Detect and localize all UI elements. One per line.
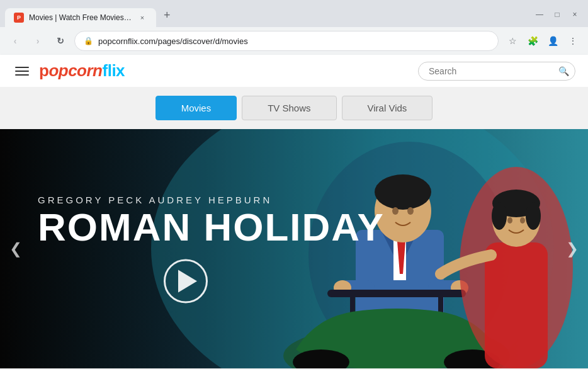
tab-favicon: P (14, 13, 24, 23)
search-input[interactable] (418, 62, 575, 81)
play-icon (178, 270, 197, 293)
hero-subtitle: GREGORY PECK AUDREY HEPBURN (38, 195, 385, 205)
new-tab-button[interactable]: + (159, 4, 176, 27)
hero-prev-button[interactable]: ❮ (6, 239, 25, 258)
forward-button[interactable]: › (29, 32, 47, 50)
hero-next-button[interactable]: ❯ (563, 239, 582, 258)
svg-point-28 (507, 217, 512, 224)
logo-p: p (39, 61, 48, 81)
active-tab[interactable]: P Movies | Watch Free Movies & T... × (5, 8, 156, 27)
svg-point-11 (407, 207, 414, 215)
hero-banner: GREGORY PECK AUDREY HEPBURN ROMAN HOLIDA… (0, 129, 588, 368)
title-bar: P Movies | Watch Free Movies & T... × + … (0, 0, 588, 27)
minimize-button[interactable]: — (531, 6, 548, 23)
site-nav: popcornflix 🔍 (0, 55, 588, 87)
window-controls: — □ × (531, 6, 583, 25)
hamburger-menu[interactable] (13, 64, 31, 78)
svg-point-26 (492, 202, 507, 230)
site-logo: popcornflix (39, 61, 125, 81)
search-icon[interactable]: 🔍 (558, 66, 569, 76)
close-button[interactable]: × (567, 6, 583, 23)
refresh-button[interactable]: ↻ (52, 32, 69, 50)
hero-title: ROMAN HOLIDAY (38, 208, 385, 247)
bookmark-button[interactable]: ☆ (504, 32, 521, 50)
tab-tv-shows[interactable]: TV Shows (242, 96, 336, 120)
search-bar-wrapper: 🔍 (418, 62, 575, 81)
svg-point-27 (526, 202, 541, 230)
maximize-button[interactable]: □ (549, 6, 565, 23)
tab-viral-vids[interactable]: Viral Vids (342, 96, 433, 120)
profile-button[interactable]: 👤 (544, 32, 562, 50)
logo-text: opcorn (48, 61, 102, 81)
lock-icon: 🔒 (84, 37, 93, 45)
logo-flix: flix (103, 61, 125, 81)
address-bar[interactable]: 🔒 popcornflix.com/pages/discover/d/movie… (74, 31, 499, 51)
tab-strip: P Movies | Watch Free Movies & T... × + (5, 4, 176, 27)
tab-movies[interactable]: Movies (155, 96, 237, 120)
hero-text: GREGORY PECK AUDREY HEPBURN ROMAN HOLIDA… (38, 195, 385, 304)
address-text: popcornflix.com/pages/discover/d/movies (98, 37, 489, 46)
site-wrapper: popcornflix 🔍 Movies TV Shows Viral Vids (0, 55, 588, 368)
tab-close-button[interactable]: × (137, 13, 147, 23)
address-bar-row: ‹ › ↻ 🔒 popcornflix.com/pages/discover/d… (0, 27, 588, 55)
svg-point-29 (520, 217, 525, 224)
toolbar-icons: ☆ 🧩 👤 ⋮ (504, 32, 582, 50)
browser-chrome: P Movies | Watch Free Movies & T... × + … (0, 0, 588, 55)
play-button[interactable] (164, 259, 208, 304)
tab-title: Movies | Watch Free Movies & T... (29, 13, 132, 22)
svg-rect-23 (485, 242, 548, 368)
site-tabs: Movies TV Shows Viral Vids (0, 87, 588, 129)
browser-menu-button[interactable]: ⋮ (564, 32, 582, 50)
back-button[interactable]: ‹ (6, 32, 24, 50)
svg-point-10 (392, 207, 399, 215)
extensions-button[interactable]: 🧩 (524, 32, 541, 50)
